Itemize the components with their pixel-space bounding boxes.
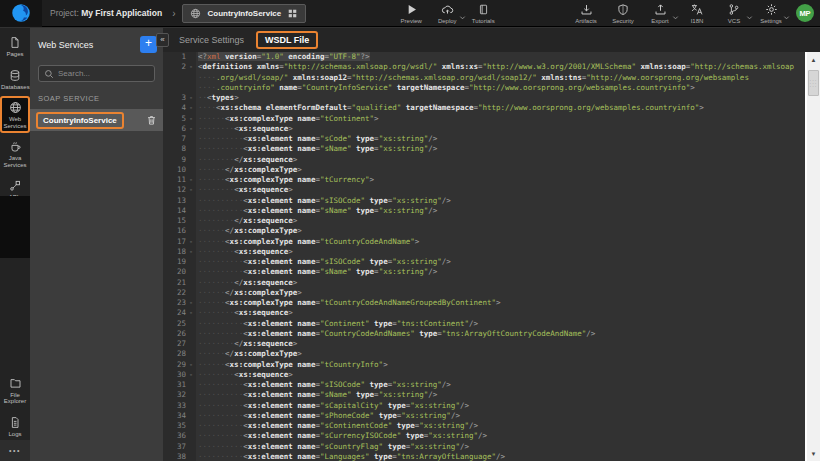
logs-icon xyxy=(9,416,21,429)
sidebar-item-logs[interactable]: Logs xyxy=(1,412,29,441)
deploy-icon xyxy=(440,3,455,16)
code-row: 30-········<xs:sequence> xyxy=(163,370,807,380)
code-row: 17-······<xs:complexType name="tCountryC… xyxy=(163,237,807,247)
code-row: 23-······<xs:complexType name="tCountryC… xyxy=(163,298,807,308)
open-tab-countryinfoservice[interactable]: CountryInfoService xyxy=(182,4,306,23)
fold-marker xyxy=(186,73,196,83)
fold-marker xyxy=(186,267,196,277)
delete-service-icon[interactable] xyxy=(146,114,157,126)
sidebar-item-web-services[interactable]: Web Services xyxy=(1,97,29,132)
code-row: 7··········<xs:element name="sCode" type… xyxy=(163,134,807,144)
editor-scrollbar[interactable]: ▲ ········· ▼ xyxy=(805,52,820,461)
fold-marker[interactable]: - xyxy=(186,247,196,257)
line-number: 35 xyxy=(163,421,186,431)
panel-title: Web Services xyxy=(38,40,140,50)
line-number: 38 xyxy=(163,452,186,461)
fold-marker xyxy=(186,155,196,165)
action-label: Security xyxy=(612,18,634,24)
fold-marker[interactable]: - xyxy=(186,114,196,124)
tab-wsdl-file[interactable]: WSDL File xyxy=(256,31,318,49)
code-row: 16······</xs:complexType> xyxy=(163,226,807,236)
line-number: 3 xyxy=(163,93,186,103)
line-number: 37 xyxy=(163,442,186,452)
fold-marker[interactable]: - xyxy=(186,93,196,103)
fold-marker[interactable]: - xyxy=(186,185,196,195)
code-row: 18-········<xs:sequence> xyxy=(163,247,807,257)
app-logo[interactable] xyxy=(0,0,42,27)
line-number: 21 xyxy=(163,278,186,288)
app-window: Project: My First Application › CountryI… xyxy=(0,0,820,461)
line-number: 13 xyxy=(163,196,186,206)
fold-marker xyxy=(186,380,196,390)
topbar-action-security[interactable]: Security xyxy=(606,3,640,24)
fold-marker[interactable]: - xyxy=(186,298,196,308)
sidebar-item-databases[interactable]: Databases xyxy=(1,65,29,94)
service-list-item-countryinfoservice[interactable]: CountryInfoService xyxy=(30,109,163,131)
fold-marker[interactable]: - xyxy=(186,237,196,247)
api-icon xyxy=(9,179,21,192)
topbar-action-deploy[interactable]: Deploy xyxy=(430,3,464,24)
line-number: 30 xyxy=(163,370,186,380)
fold-marker xyxy=(186,206,196,216)
topbar-action-tutorials[interactable]: Tutorials xyxy=(466,3,500,24)
code-row: 22······</xs:complexType> xyxy=(163,288,807,298)
pages-icon xyxy=(9,36,21,49)
fold-marker xyxy=(186,216,196,226)
nav-more-button[interactable]: ••• xyxy=(0,440,30,461)
line-number: 1 xyxy=(163,52,186,62)
fold-marker[interactable]: - xyxy=(186,124,196,134)
tab-service-settings[interactable]: Service Settings xyxy=(179,35,244,45)
line-number: 33 xyxy=(163,401,186,411)
tutorials-icon xyxy=(478,3,489,16)
line-number: 22 xyxy=(163,288,186,298)
line-number: 20 xyxy=(163,267,186,277)
i18n-icon xyxy=(690,3,704,16)
code-row: ····.org/wsdl/soap/" xmlns:soap12="http:… xyxy=(163,73,807,83)
code-row: ····.countryinfo" name="CountryInfoServi… xyxy=(163,83,807,93)
action-label: Settings xyxy=(760,18,782,24)
fold-marker[interactable]: - xyxy=(186,103,196,113)
topbar-action-artifacts[interactable]: Artifacts xyxy=(569,3,603,24)
topbar-action-export[interactable]: Export xyxy=(643,3,677,24)
user-avatar[interactable]: MP xyxy=(796,4,814,22)
sidebar-item-label: File Explorer xyxy=(1,392,29,405)
project-name: My First Application xyxy=(81,8,162,18)
wsdl-code-editor[interactable]: 1<?xml version="1.0" encoding="UTF-8"?>2… xyxy=(163,52,807,461)
code-row: 24-········<xs:sequence> xyxy=(163,308,807,318)
topbar-action-settings[interactable]: Settings xyxy=(754,3,788,24)
line-number: 6 xyxy=(163,124,186,134)
line-number: 34 xyxy=(163,411,186,421)
sidebar-item-file-explorer[interactable]: File Explorer xyxy=(1,373,29,408)
fold-marker[interactable]: - xyxy=(186,370,196,380)
collapse-sidebar-button[interactable]: « xyxy=(156,33,169,47)
fold-marker[interactable]: - xyxy=(186,175,196,185)
grid-menu-icon[interactable] xyxy=(287,8,298,19)
topbar-action-vcs[interactable]: VCS xyxy=(717,3,751,24)
add-service-button[interactable]: + xyxy=(140,36,157,53)
code-row: 4-····<xs:schema elementFormDefault="qua… xyxy=(163,103,807,113)
action-label: Deploy xyxy=(438,18,457,24)
topbar-action-preview[interactable]: Preview xyxy=(394,3,428,24)
scroll-up-arrow-icon[interactable]: ▲ xyxy=(807,53,820,66)
service-name[interactable]: CountryInfoService xyxy=(36,112,124,129)
scrollbar-thumb[interactable]: ········· xyxy=(808,70,819,96)
search-input[interactable] xyxy=(58,69,148,78)
line-number: 28 xyxy=(163,349,186,359)
sidebar-item-pages[interactable]: Pages xyxy=(1,32,29,61)
line-number: 14 xyxy=(163,206,186,216)
scroll-down-arrow-icon[interactable]: ▼ xyxy=(807,447,820,460)
fold-marker xyxy=(186,196,196,206)
fold-marker[interactable]: - xyxy=(186,308,196,318)
code-row: 20··········<xs:element name="sName" typ… xyxy=(163,267,807,277)
sidebar-item-java-services[interactable]: Java Services xyxy=(1,136,29,171)
line-number: 36 xyxy=(163,431,186,441)
line-number: 8 xyxy=(163,144,186,154)
fold-marker xyxy=(186,401,196,411)
fold-marker[interactable]: - xyxy=(186,360,196,370)
sidebar-item-label: Java Services xyxy=(1,155,29,168)
topbar-action-i18n[interactable]: I18N xyxy=(680,3,714,24)
fold-marker[interactable]: - xyxy=(186,62,196,72)
artifacts-icon xyxy=(580,3,593,16)
code-row: 26··········<xs:element name="CountryCod… xyxy=(163,329,807,339)
service-search-box[interactable] xyxy=(38,65,155,82)
